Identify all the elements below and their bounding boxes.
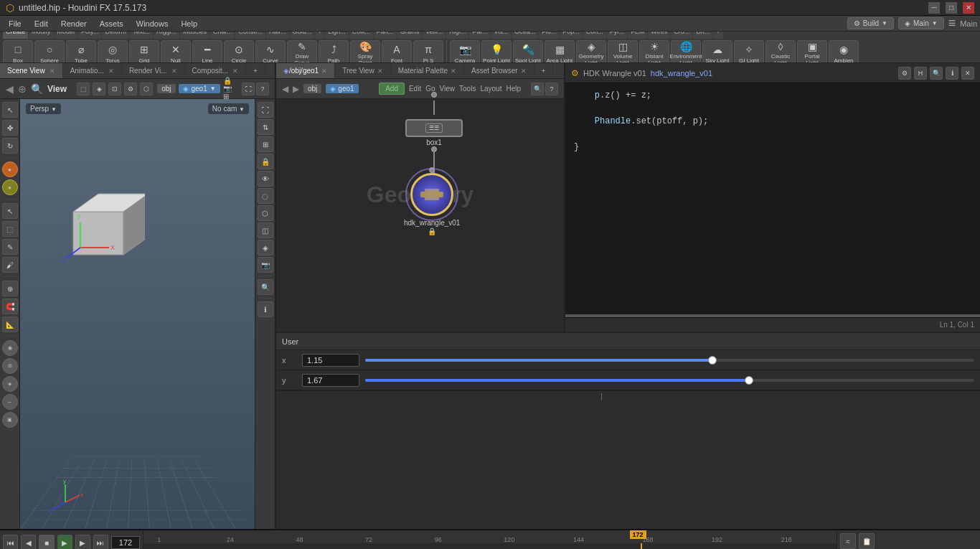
view-btn-5[interactable]: ⬡ bbox=[140, 83, 153, 95]
tab-flu[interactable]: Flu... bbox=[539, 32, 559, 39]
hdk-node-circle[interactable] bbox=[410, 173, 453, 216]
snap-icon[interactable]: 🧲 bbox=[2, 299, 18, 314]
grid-view-icon[interactable]: ⊞ bbox=[258, 136, 273, 152]
tool-box[interactable]: □ Box bbox=[3, 40, 33, 64]
mesh-icon-sm[interactable]: ⊞ bbox=[2, 358, 18, 374]
tab-cro[interactable]: Cro... bbox=[671, 32, 692, 39]
tab-plus2[interactable]: + bbox=[713, 32, 722, 39]
tab-pop[interactable]: Pop... bbox=[560, 32, 583, 39]
tab-material-palette[interactable]: Material Palette ✕ bbox=[391, 63, 464, 78]
edge-icon-sm[interactable]: ─ bbox=[2, 394, 18, 410]
tab-animation[interactable]: Animatio... ✕ bbox=[63, 63, 122, 78]
measure-icon[interactable]: 📐 bbox=[2, 316, 18, 332]
tool-circle[interactable]: ⊙ Circle bbox=[224, 40, 254, 64]
ng-settings-icon[interactable]: ? bbox=[545, 83, 558, 95]
timeline-track[interactable]: 172 bbox=[143, 543, 837, 549]
param-x-slider[interactable] bbox=[365, 359, 974, 362]
view-btn-3[interactable]: ⊡ bbox=[108, 83, 121, 95]
play-btn[interactable]: ▶ bbox=[57, 535, 72, 549]
tool-geometry-light[interactable]: ◈ Geometry Light bbox=[576, 40, 606, 64]
pivot-icon[interactable]: ⊕ bbox=[2, 281, 18, 296]
perspective-dropdown[interactable]: Persp ▼ bbox=[26, 103, 61, 114]
tab-scene-view[interactable]: Scene View ✕ bbox=[0, 63, 63, 78]
tool-spray-paint[interactable]: 🎨 Spray Paint bbox=[350, 40, 380, 64]
tab-composit[interactable]: Composit... ✕ bbox=[185, 63, 247, 78]
menu-file[interactable]: File bbox=[3, 18, 27, 29]
tool-area-light[interactable]: ▦ Area Light bbox=[545, 40, 575, 64]
layout-node-btn[interactable]: Layout bbox=[480, 85, 501, 93]
add-node-button[interactable]: Add bbox=[379, 83, 405, 95]
nav-icon-3[interactable]: 🔍 bbox=[31, 83, 43, 95]
tool-null[interactable]: ✕ Null bbox=[161, 40, 191, 64]
zoom-icon[interactable]: 🔍 bbox=[258, 279, 273, 295]
rotate-icon[interactable]: ↻ bbox=[2, 138, 18, 154]
code-editor[interactable]: p.z() += z; Phandle.set(ptoff, p); } bbox=[565, 83, 980, 314]
flip-icon[interactable]: ⇅ bbox=[258, 119, 273, 135]
asset-browser-close[interactable]: ✕ bbox=[521, 67, 527, 75]
tool-pi-s[interactable]: π Pi S bbox=[413, 40, 443, 64]
ng-geo-label[interactable]: ◈ geo1 bbox=[326, 84, 358, 93]
box1-box[interactable]: ☰☰ bbox=[405, 119, 463, 137]
code-search-icon[interactable]: 🔍 bbox=[930, 67, 943, 80]
tab-ocea[interactable]: Ocea... bbox=[512, 32, 538, 39]
select-icon[interactable]: ↖ bbox=[2, 102, 18, 118]
tool-path[interactable]: ⤴ Path bbox=[319, 40, 349, 64]
tab-par[interactable]: Par... bbox=[469, 32, 490, 39]
bg-icon[interactable]: ◫ bbox=[258, 222, 273, 238]
prev-frame-btn[interactable]: ◀ bbox=[21, 535, 36, 549]
menu-render[interactable]: Render bbox=[55, 18, 93, 29]
scene-view-close[interactable]: ✕ bbox=[50, 67, 55, 75]
tool-spot-light[interactable]: 🔦 Spot Light bbox=[513, 40, 543, 64]
ng-back-icon[interactable]: ◀ bbox=[282, 84, 288, 94]
move-icon[interactable]: ✤ bbox=[2, 120, 18, 136]
tab-muscles[interactable]: Muscles bbox=[180, 32, 209, 39]
tab-plus1[interactable]: + bbox=[315, 32, 324, 39]
tab-add-graph[interactable]: + bbox=[534, 63, 554, 78]
tab-text[interactable]: Text... bbox=[130, 32, 153, 39]
tool-draw-curve[interactable]: ✎ Draw Curve bbox=[287, 40, 317, 64]
tab-pyr[interactable]: Pyr... bbox=[607, 32, 628, 39]
render-icon[interactable]: ⬡ bbox=[258, 205, 273, 221]
maximize-button[interactable]: □ bbox=[946, 2, 957, 14]
node-hdk-wrangle[interactable]: hdk_wrangle_v01 🔒 bbox=[404, 167, 460, 235]
stop-btn[interactable]: ■ bbox=[39, 535, 54, 549]
tool-point-light[interactable]: 💡 Point Light bbox=[481, 40, 512, 64]
code-close-icon[interactable]: ✕ bbox=[961, 67, 974, 80]
expand-pane-icon[interactable]: ⛶ bbox=[258, 102, 273, 118]
tool-distant-light[interactable]: ☀ Distant Light bbox=[639, 40, 669, 64]
tree-view-close[interactable]: ✕ bbox=[377, 67, 383, 75]
sphere-icon-sm[interactable]: ◉ bbox=[2, 340, 18, 356]
view-lock-icon[interactable]: 🔒 bbox=[223, 77, 232, 85]
tab-wires[interactable]: Wires bbox=[648, 32, 670, 39]
tab-velli[interactable]: Velli... bbox=[423, 32, 446, 39]
main-tab[interactable]: ◈ Main ▼ bbox=[898, 17, 944, 29]
tab-modify[interactable]: Modify bbox=[29, 32, 54, 39]
tab-create[interactable]: Create bbox=[3, 32, 28, 39]
paint-icon[interactable]: 🖌 bbox=[2, 257, 18, 273]
tool-sky-light[interactable]: ☁ Sky Light bbox=[702, 40, 732, 64]
tool-tube[interactable]: ⌀ Tube bbox=[66, 40, 96, 64]
tab-rigi[interactable]: Rigi... bbox=[446, 32, 468, 39]
camera-dropdown[interactable]: No cam ▼ bbox=[208, 103, 249, 114]
render-view-close[interactable]: ✕ bbox=[171, 67, 177, 75]
select-box-icon[interactable]: ⬚ bbox=[2, 221, 18, 237]
tab-hair[interactable]: Hair... bbox=[266, 32, 289, 39]
brush-icon[interactable]: ✎ bbox=[2, 239, 18, 255]
tool-font[interactable]: A Font bbox=[382, 40, 412, 64]
eye-icon[interactable]: 👁 bbox=[258, 171, 273, 187]
expand-icon[interactable]: ⛶ bbox=[242, 83, 255, 95]
tab-add-scene[interactable]: + bbox=[246, 63, 265, 78]
frame-input[interactable] bbox=[111, 536, 140, 549]
tool-gi-light[interactable]: ✧ GI Light bbox=[734, 40, 764, 64]
vis-icon[interactable]: ◈ bbox=[258, 240, 273, 255]
tool-grid[interactable]: ⊞ Grid bbox=[129, 40, 159, 64]
ng-fwd-icon[interactable]: ▶ bbox=[293, 84, 299, 94]
menu-help[interactable]: Help bbox=[175, 18, 203, 29]
view-cam-icon[interactable]: 📷 bbox=[223, 85, 232, 93]
skip-start-btn[interactable]: ⏮ bbox=[3, 535, 18, 549]
face-icon-sm[interactable]: ▣ bbox=[2, 412, 18, 428]
yellow-icon-1[interactable]: ● bbox=[2, 179, 18, 195]
info-icon[interactable]: ℹ bbox=[258, 301, 273, 317]
tool-curve[interactable]: ∿ Curve bbox=[255, 40, 286, 64]
main-settings[interactable]: ≡ bbox=[948, 16, 956, 31]
